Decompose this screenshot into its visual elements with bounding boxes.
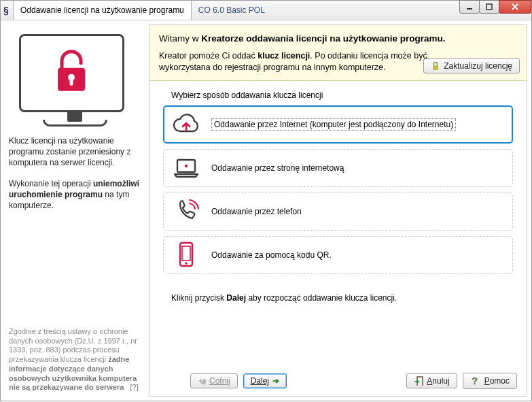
wizard-heading: Witamy w Kreatorze oddawania licencji na… xyxy=(159,33,517,44)
close-button[interactable] xyxy=(499,0,531,14)
svg-point-10 xyxy=(185,262,187,264)
monitor-illustration xyxy=(19,34,131,126)
svg-rect-1 xyxy=(486,4,492,10)
option-web[interactable]: Oddawanie przez stronę internetową xyxy=(163,149,513,187)
option-internet-label: Oddawanie przez Internet (komputer jest … xyxy=(211,118,456,131)
minimize-button[interactable] xyxy=(459,0,480,14)
wizard-footer: Cofnij Dalej ➔ Anuluj ? Pomoc xyxy=(149,366,527,396)
window-title-tab: Oddawanie licencji na użytkowanie progra… xyxy=(13,1,192,20)
help-rest: omoc xyxy=(490,376,510,386)
option-phone[interactable]: Oddawanie przez telefon xyxy=(163,192,513,231)
exit-door-icon xyxy=(414,376,423,386)
option-qr[interactable]: Oddawanie za pomocą kodu QR. xyxy=(163,236,513,274)
unlocked-padlock-icon xyxy=(52,48,90,93)
help-icon: ? xyxy=(470,375,481,386)
update-license-button[interactable]: Zaktualizuj licencję xyxy=(423,58,520,73)
instruction-text: Kliknij przycisk Dalej aby rozpocząć odd… xyxy=(171,293,513,303)
option-web-label: Oddawanie przez stronę internetową xyxy=(211,163,344,173)
smartphone-icon xyxy=(171,241,202,269)
laptop-icon xyxy=(171,154,202,182)
arrow-right-icon: ➔ xyxy=(272,376,279,386)
section-label: Wybierz sposób oddawania klucza licencji xyxy=(171,90,513,100)
next-button[interactable]: Dalej ➔ xyxy=(243,373,287,388)
svg-text:?: ? xyxy=(472,375,478,386)
svg-rect-4 xyxy=(70,78,73,85)
close-icon xyxy=(511,3,519,11)
cloud-upload-icon xyxy=(171,110,202,139)
wizard-banner: Witamy w Kreatorze oddawania licencji na… xyxy=(149,25,527,81)
app-icon: § xyxy=(1,1,13,20)
left-paragraph-1: Klucz licencji na użytkowanie programu z… xyxy=(9,135,141,169)
privacy-disclaimer: Zgodnie z treścią ustawy o ochronie dany… xyxy=(5,324,145,397)
right-pane: Witamy w Kreatorze oddawania licencji na… xyxy=(149,24,527,397)
left-paragraph-2: Wykonanie tej operacji uniemożliwi uruch… xyxy=(9,178,141,212)
svg-rect-9 xyxy=(182,246,190,261)
title-bar: § Oddawanie licencji na użytkowanie prog… xyxy=(0,0,532,20)
svg-point-7 xyxy=(185,165,188,167)
help-button[interactable]: ? Pomoc xyxy=(463,373,517,389)
minimize-icon xyxy=(466,3,473,10)
option-qr-label: Oddawanie za pomocą kodu QR. xyxy=(211,250,332,260)
option-internet[interactable]: Oddawanie przez Internet (komputer jest … xyxy=(163,105,513,144)
disclaimer-help-link[interactable]: [?] xyxy=(126,383,138,391)
undo-icon xyxy=(198,377,206,385)
left-pane: Klucz licencji na użytkowanie programu z… xyxy=(5,24,145,397)
option-phone-label: Oddawanie przez telefon xyxy=(211,207,302,216)
phone-icon xyxy=(171,197,202,226)
cancel-button[interactable]: Anuluj xyxy=(406,373,457,388)
back-button[interactable]: Cofnij xyxy=(190,373,238,388)
svg-rect-0 xyxy=(467,8,472,10)
maximize-icon xyxy=(486,3,493,10)
maximize-button[interactable] xyxy=(479,0,499,14)
svg-rect-5 xyxy=(433,65,438,70)
padlock-icon xyxy=(431,61,440,71)
cancel-rest: nuluj xyxy=(432,376,449,386)
app-name: CO 6.0 Basic POL xyxy=(192,1,272,20)
